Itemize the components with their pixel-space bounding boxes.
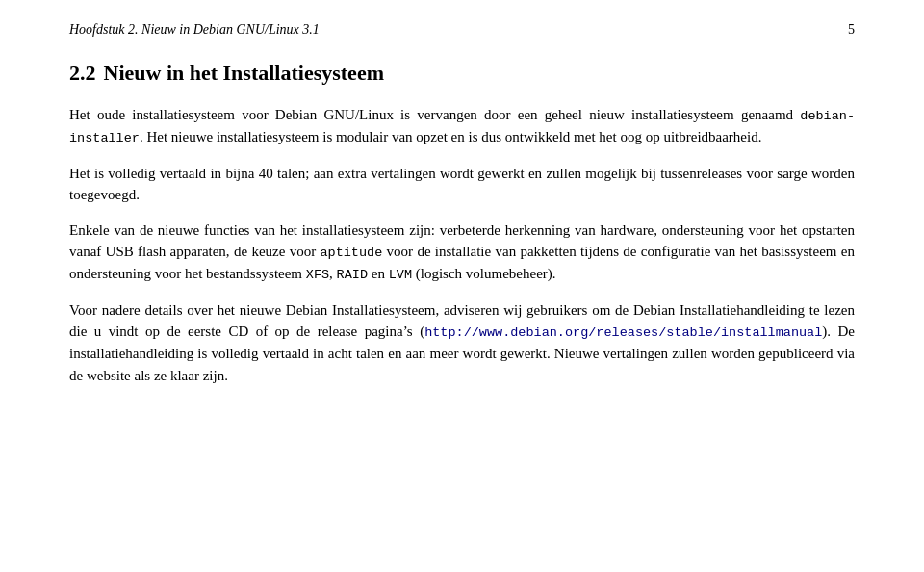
p3-comma-1: , <box>329 266 337 281</box>
header-page-number: 5 <box>848 19 855 39</box>
header-chapter-title: Hoofdstuk 2. Nieuw in Debian GNU/Linux 3… <box>69 19 320 39</box>
p1-text-2: . Het nieuwe installatiesysteem is modul… <box>140 129 762 144</box>
paragraph-1: Het oude installatiesysteem voor Debian … <box>69 104 855 149</box>
p3-text-4: (logisch volumebeheer). <box>412 266 556 281</box>
p4-url-link[interactable]: http://www.debian.org/releases/stable/in… <box>424 325 822 340</box>
p3-code-raid: RAID <box>337 268 368 282</box>
p3-code-aptitude: aptitude <box>320 246 382 260</box>
p3-text-3: en <box>368 266 389 281</box>
p1-text-1: Het oude installatiesysteem voor Debian … <box>69 107 800 122</box>
page-header: Hoofdstuk 2. Nieuw in Debian GNU/Linux 3… <box>69 19 855 39</box>
section-title: Nieuw in het Installatiesysteem <box>104 61 384 85</box>
paragraph-3: Enkele van de nieuwe functies van het in… <box>69 220 855 286</box>
section-number: 2.2 <box>69 61 96 85</box>
page: Hoofdstuk 2. Nieuw in Debian GNU/Linux 3… <box>0 0 924 572</box>
paragraph-4: Voor nadere details over het nieuwe Debi… <box>69 299 855 387</box>
p3-code-lvm: LVM <box>389 268 412 282</box>
paragraph-2: Het is volledig vertaald in bijna 40 tal… <box>69 163 855 206</box>
p3-code-xfs: XFS <box>306 268 329 282</box>
section-heading: 2.2Nieuw in het Installatiesysteem <box>69 57 855 89</box>
